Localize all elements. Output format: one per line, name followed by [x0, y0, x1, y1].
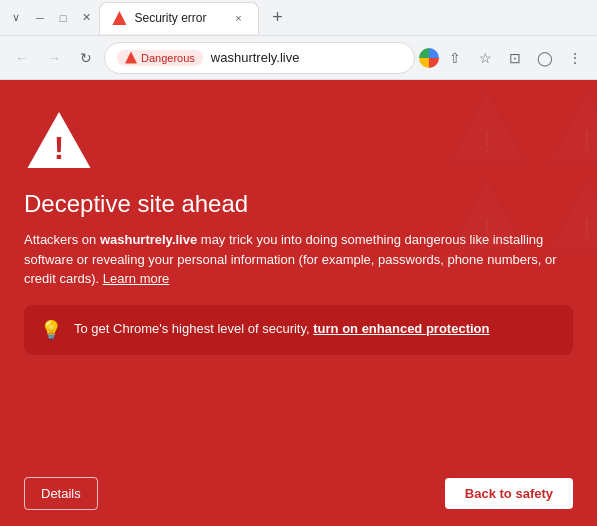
title-bar: ∨ ─ □ ✕ Security error × +	[0, 0, 597, 36]
tab-close-button[interactable]: ×	[230, 10, 246, 26]
forward-button[interactable]: →	[40, 44, 68, 72]
extensions-icon[interactable]: ⊡	[501, 44, 529, 72]
tab-title: Security error	[134, 11, 222, 25]
address-text: washurtrely.live	[211, 50, 300, 65]
minimize-icon[interactable]: ─	[32, 8, 48, 28]
new-tab-button[interactable]: +	[263, 4, 291, 32]
body-text-prefix: Attackers on	[24, 232, 100, 247]
toolbar: ← → ↻ Dangerous washurtrely.live ⇧ ☆ ⊡ ◯…	[0, 36, 597, 80]
toolbar-icons: ⇧ ☆ ⊡ ◯ ⋮	[419, 44, 589, 72]
action-row: Details Back to safety	[24, 469, 573, 510]
back-to-safety-button[interactable]: Back to safety	[445, 478, 573, 509]
star-icon[interactable]: ☆	[471, 44, 499, 72]
active-tab[interactable]: Security error ×	[99, 2, 259, 34]
security-tip-text: To get Chrome's highest level of securit…	[74, 320, 489, 338]
details-button[interactable]: Details	[24, 477, 98, 510]
close-icon[interactable]: ✕	[78, 7, 95, 28]
share-icon[interactable]: ⇧	[441, 44, 469, 72]
google-icon	[419, 48, 439, 68]
bulb-icon: 💡	[40, 319, 62, 341]
enhanced-protection-link[interactable]: turn on enhanced protection	[313, 321, 489, 336]
security-badge-label: Dangerous	[141, 52, 195, 64]
error-page: ! ! ! ! ! Deceptive site ahead Attackers…	[0, 80, 597, 526]
reload-button[interactable]: ↻	[72, 44, 100, 72]
warning-triangle-icon: !	[24, 104, 94, 174]
back-button[interactable]: ←	[8, 44, 36, 72]
watermark: ! ! ! !	[447, 90, 597, 258]
warning-icon	[125, 52, 137, 64]
site-domain: washurtrely.live	[100, 232, 197, 247]
tab-area: Security error × +	[99, 2, 589, 34]
profile-icon[interactable]: ◯	[531, 44, 559, 72]
maximize-icon[interactable]: □	[56, 8, 71, 28]
tab-favicon	[112, 11, 126, 25]
chevron-down-icon[interactable]: ∨	[8, 7, 24, 28]
menu-icon[interactable]: ⋮	[561, 44, 589, 72]
security-badge[interactable]: Dangerous	[117, 50, 203, 66]
security-tip-box: 💡 To get Chrome's highest level of secur…	[24, 305, 573, 355]
svg-text:!: !	[54, 130, 65, 166]
svg-text:!: !	[483, 123, 492, 159]
svg-text:!: !	[583, 123, 592, 159]
learn-more-link[interactable]: Learn more	[103, 271, 169, 286]
window-controls: ∨ ─ □ ✕	[8, 7, 99, 28]
svg-text:!: !	[483, 211, 492, 247]
address-bar[interactable]: Dangerous washurtrely.live	[104, 42, 415, 74]
svg-text:!: !	[583, 211, 592, 247]
